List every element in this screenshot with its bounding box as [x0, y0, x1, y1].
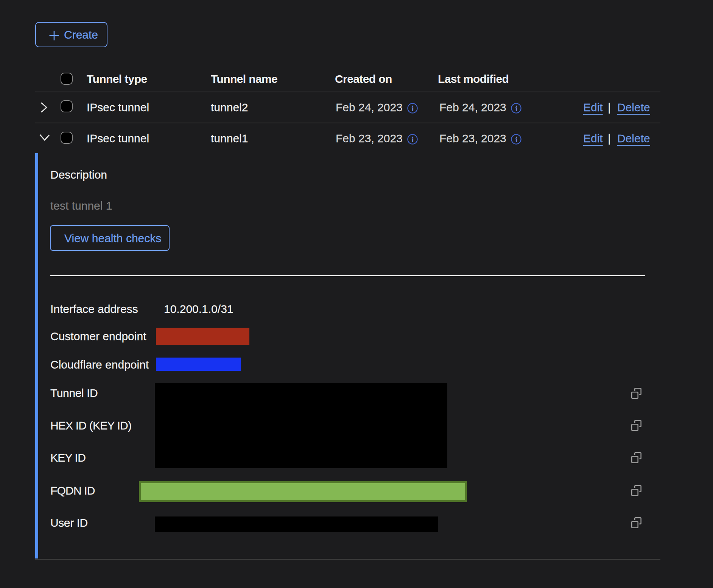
svg-text:i: i	[411, 135, 414, 144]
svg-text:i: i	[411, 104, 414, 113]
svg-text:i: i	[515, 135, 517, 144]
svg-text:i: i	[515, 104, 517, 113]
